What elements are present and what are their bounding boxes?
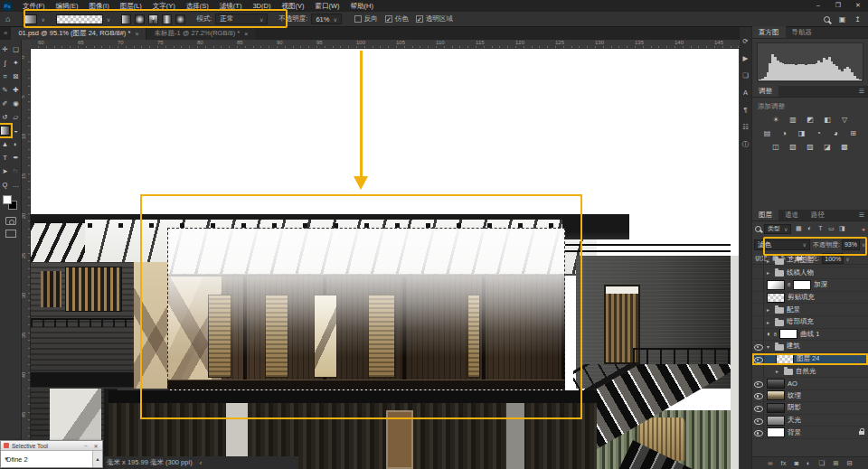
- reflected-gradient-button[interactable]: [162, 14, 172, 24]
- canvas[interactable]: [31, 49, 739, 469]
- search-icon[interactable]: [824, 16, 830, 23]
- menu-item[interactable]: 视图(V): [276, 0, 309, 12]
- layer-row[interactable]: AO: [752, 378, 868, 390]
- menu-item[interactable]: 帮助(H): [345, 0, 379, 12]
- quick-selection-tool[interactable]: ✦: [11, 58, 21, 68]
- panel-menu-icon[interactable]: ☰: [859, 211, 864, 219]
- foreground-color-swatch[interactable]: [3, 195, 12, 204]
- new-group-icon[interactable]: ❏: [818, 459, 825, 467]
- eye-toggle[interactable]: [752, 279, 764, 291]
- color-balance-icon[interactable]: ◑: [779, 128, 790, 138]
- info-panel-icon[interactable]: ⓘ: [742, 141, 750, 148]
- checkbox-反向[interactable]: 反向: [354, 14, 378, 23]
- dodge-tool[interactable]: ▲: [0, 139, 10, 149]
- expand-icon[interactable]: ▸: [776, 368, 781, 374]
- invert-icon[interactable]: ◫: [770, 142, 781, 152]
- layer-thumbnail[interactable]: [767, 280, 785, 290]
- tab-navigator[interactable]: 导航器: [786, 26, 819, 38]
- pixel-filter-icon[interactable]: ▦: [794, 225, 803, 232]
- menu-item[interactable]: 3D(D): [247, 0, 276, 12]
- close-tab-icon[interactable]: ×: [244, 31, 248, 37]
- pen-tool[interactable]: ✒: [11, 153, 21, 163]
- spinner-icon[interactable]: ▲: [92, 451, 102, 467]
- gradient-map-icon[interactable]: ◪: [822, 142, 833, 152]
- eye-toggle[interactable]: [752, 292, 764, 304]
- adjustment-filter-icon[interactable]: ◐: [805, 225, 814, 232]
- close-button[interactable]: ✕: [848, 0, 868, 11]
- eye-toggle[interactable]: [752, 353, 764, 365]
- linear-gradient-button[interactable]: [121, 14, 131, 24]
- eye-toggle[interactable]: [752, 304, 764, 315]
- eye-toggle[interactable]: [752, 415, 764, 427]
- zoom-tool[interactable]: Q: [0, 180, 10, 190]
- eye-toggle[interactable]: [752, 378, 764, 389]
- close-icon[interactable]: ✕: [92, 443, 99, 449]
- menu-item[interactable]: 文字(Y): [147, 0, 181, 12]
- eye-toggle[interactable]: [752, 341, 764, 352]
- menu-item[interactable]: 图层(L): [115, 0, 147, 12]
- layer-row[interactable]: ▸自然光: [752, 365, 868, 378]
- character-panel-icon[interactable]: A: [743, 89, 748, 97]
- actions-panel-icon[interactable]: ▶: [743, 55, 749, 62]
- hue-saturation-icon[interactable]: ▤: [762, 128, 773, 138]
- document-tab-inactive[interactable]: 未标题-1 @ 27.2%(RGB/8) * ×: [146, 27, 255, 40]
- move-tool[interactable]: ✛: [0, 44, 10, 54]
- layer-row[interactable]: 天光: [752, 415, 868, 427]
- eye-toggle[interactable]: [752, 427, 764, 438]
- new-adjustment-layer-icon[interactable]: ◐: [807, 459, 811, 467]
- layer-mask-thumbnail[interactable]: [779, 329, 797, 339]
- curves-icon[interactable]: ◩: [805, 115, 816, 125]
- type-filter-icon[interactable]: T: [816, 225, 825, 232]
- edit-toolbar-icon[interactable]: …: [11, 180, 21, 190]
- panel-menu-icon[interactable]: ☰: [859, 88, 864, 95]
- layer-row[interactable]: 图层 24: [752, 353, 868, 366]
- properties-panel-icon[interactable]: ☷: [742, 124, 749, 131]
- restore-button[interactable]: ❐: [828, 0, 848, 11]
- layer-style-icon[interactable]: fx: [781, 459, 787, 467]
- photo-filter-icon[interactable]: ◔: [814, 128, 825, 138]
- tab-paths[interactable]: 路径: [805, 209, 831, 220]
- close-tab-icon[interactable]: ×: [135, 31, 138, 37]
- menu-item[interactable]: 窗口(W): [309, 0, 344, 12]
- expand-icon[interactable]: ▸: [767, 258, 772, 264]
- layer-thumbnail[interactable]: [767, 293, 785, 303]
- path-selection-tool[interactable]: ➤: [0, 166, 10, 176]
- eraser-tool[interactable]: ▱: [11, 112, 21, 122]
- hand-tool[interactable]: ☞: [11, 166, 21, 176]
- home-icon[interactable]: ⌂: [5, 14, 10, 23]
- levels-icon[interactable]: ▥: [788, 115, 798, 125]
- posterize-icon[interactable]: ▧: [788, 142, 798, 152]
- tab-adjustments[interactable]: 调整: [752, 85, 778, 97]
- radial-gradient-button[interactable]: [135, 14, 145, 24]
- tab-channels[interactable]: 通道: [778, 209, 805, 220]
- link-layers-icon[interactable]: ∞: [768, 459, 772, 467]
- expand-icon[interactable]: ▾: [767, 343, 772, 350]
- selective-color-icon[interactable]: ▩: [839, 142, 850, 152]
- minimize-icon[interactable]: –: [82, 443, 90, 448]
- layer-row[interactable]: 剪贴填充: [752, 292, 868, 305]
- eye-toggle[interactable]: [752, 329, 764, 341]
- layer-thumbnail[interactable]: [767, 416, 785, 426]
- shape-filter-icon[interactable]: ▭: [826, 225, 835, 232]
- history-panel-icon[interactable]: ⟳: [742, 38, 748, 45]
- screen-mode-icon[interactable]: [5, 230, 16, 238]
- frame-tool[interactable]: ⊠: [11, 71, 21, 81]
- layer-row[interactable]: 纹理: [752, 390, 868, 403]
- tool-preset-picker[interactable]: ∨: [17, 14, 50, 24]
- eyedropper-tool[interactable]: ✎: [0, 85, 10, 95]
- layer-row[interactable]: ▸暗部填充: [752, 316, 868, 329]
- menu-item[interactable]: 滤镜(T): [214, 0, 248, 12]
- menu-item[interactable]: 编辑(E): [51, 0, 84, 12]
- angle-gradient-button[interactable]: [148, 14, 158, 24]
- quick-mask-icon[interactable]: [5, 217, 16, 225]
- type-tool[interactable]: T: [0, 153, 10, 163]
- layer-blend-mode-select[interactable]: 滤色∨: [754, 239, 810, 250]
- clone-stamp-tool[interactable]: ◉: [11, 98, 21, 108]
- dfine-item[interactable]: Dfine 2: [6, 455, 92, 464]
- workspace-icon[interactable]: ▣: [839, 15, 846, 23]
- collapse-tabs-icon[interactable]: «: [0, 27, 11, 40]
- expand-icon[interactable]: ▸: [767, 269, 772, 276]
- gradient-editor[interactable]: ∨: [51, 14, 116, 24]
- layer-kind-select[interactable]: 类型∨: [764, 224, 791, 234]
- threshold-icon[interactable]: ▨: [805, 142, 816, 152]
